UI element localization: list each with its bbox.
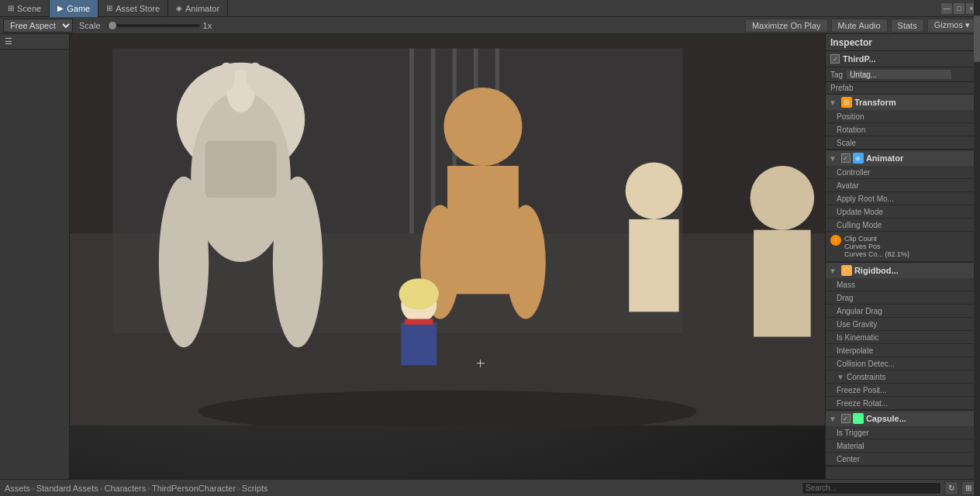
animator-avatar-row: Avatar <box>826 179 980 192</box>
maximize-on-play-button[interactable]: Maximize On Play <box>745 19 828 33</box>
mute-audio-button[interactable]: Mute Audio <box>831 19 888 33</box>
curves-pos-label: Curves Pos <box>844 243 881 250</box>
animator-warning-row: ! Clip Count Curves Pos Curves Co... (82… <box>826 232 980 262</box>
breadcrumb-characters[interactable]: Characters <box>104 484 146 493</box>
bottom-bar: Assets › Standard Assets › Characters › … <box>0 479 980 496</box>
animator-component: ▼ ✓ ◈ Animator Controller Avatar Apply R… <box>826 150 980 263</box>
svg-rect-27 <box>754 230 811 337</box>
transform-icon: ⊞ <box>841 97 852 108</box>
capsule-header[interactable]: ▼ ✓ ⬭ Capsule... <box>826 411 980 426</box>
left-panel: ☰ <box>0 34 70 479</box>
animator-collapse-icon: ▼ <box>829 154 837 163</box>
center-label: Center <box>837 455 899 463</box>
mass-label: Mass <box>837 281 899 289</box>
capsule-collapse-icon: ▼ <box>829 415 837 423</box>
svg-rect-21 <box>401 322 437 365</box>
svg-point-19 <box>506 205 545 319</box>
svg-point-11 <box>273 177 323 348</box>
svg-point-14 <box>247 63 264 91</box>
tab-asset-store-label: Asset Store <box>116 4 160 13</box>
scene-svg <box>70 34 825 425</box>
breadcrumb-third-person[interactable]: ThirdPersonCharacter <box>152 484 236 493</box>
warning-icon: ! <box>830 235 841 246</box>
scale-label: Scale <box>837 139 899 147</box>
transform-component: ▼ ⊞ Transform Position Rotation Scale <box>826 95 980 150</box>
tab-scene[interactable]: ⊞ Scene <box>0 0 50 17</box>
rigidbody-collision-row: Collision Detec... <box>826 357 980 370</box>
rigidbody-title: Rigidbod... <box>854 266 899 275</box>
transform-header[interactable]: ▼ ⊞ Transform <box>826 95 980 110</box>
capsule-icon: ⬭ <box>853 413 864 424</box>
angular-drag-label: Angular Drag <box>837 307 899 315</box>
game-viewport[interactable] <box>70 34 825 479</box>
material-label: Material <box>837 442 899 450</box>
breadcrumb-standard-assets[interactable]: Standard Assets <box>36 484 98 493</box>
maximize-button[interactable]: □ <box>954 3 964 14</box>
rigidbody-constraints-row: ▼ Constraints <box>826 370 980 384</box>
aspect-select[interactable]: Free Aspect <box>3 19 73 33</box>
rigidbody-drag-row: Drag <box>826 291 980 305</box>
tab-animator[interactable]: ◈ Animator <box>168 0 228 17</box>
inspector-scrollbar[interactable] <box>974 34 980 479</box>
update-mode-label: Update Mode <box>837 208 899 216</box>
transform-title: Transform <box>854 98 896 107</box>
breadcrumb-scripts[interactable]: Scripts <box>242 484 268 493</box>
inspector-header: Inspector <box>826 34 980 51</box>
rigidbody-collapse-icon: ▼ <box>829 267 837 275</box>
object-active-checkbox[interactable]: ✓ <box>830 54 840 64</box>
asset-store-tab-icon: ⊞ <box>106 4 112 12</box>
transform-collapse-icon: ▼ <box>829 98 837 107</box>
avatar-label: Avatar <box>837 181 899 190</box>
tab-scene-label: Scene <box>17 4 41 13</box>
is-kinematic-label: Is Kinematic <box>837 333 899 342</box>
transform-scale-row: Scale <box>826 136 980 150</box>
capsule-center-row: Center <box>826 453 980 466</box>
apply-root-label: Apply Root Mo... <box>837 195 899 203</box>
animator-enabled-checkbox[interactable]: ✓ <box>841 153 851 163</box>
svg-rect-22 <box>405 319 433 325</box>
is-trigger-label: Is Trigger <box>837 429 899 437</box>
capsule-material-row: Material <box>826 439 980 453</box>
search-box-area: ↻ ⊞ <box>802 481 975 495</box>
clip-count-label: Clip Count <box>844 235 877 243</box>
animator-culling-mode-row: Culling Mode <box>826 219 980 232</box>
search-input[interactable] <box>802 482 941 494</box>
scale-label: Scale <box>76 21 104 30</box>
breadcrumb-sep-2: › <box>100 484 103 493</box>
freeze-position-label: Freeze Posit... <box>837 386 899 394</box>
tag-input[interactable] <box>846 69 952 80</box>
gizmos-button[interactable]: Gizmos ▾ <box>927 19 977 33</box>
rigidbody-header[interactable]: ▼ ⬡ Rigidbod... <box>826 263 980 278</box>
tag-row: Tag <box>826 67 980 82</box>
curves-co-label: Curves Co... (82.1%) <box>844 250 909 258</box>
position-label: Position <box>837 112 899 121</box>
animator-header[interactable]: ▼ ✓ ◈ Animator <box>826 150 980 166</box>
culling-mode-label: Culling Mode <box>837 221 899 229</box>
tab-animator-label: Animator <box>185 4 219 13</box>
minimize-button[interactable]: — <box>941 3 952 14</box>
animator-controller-row: Controller <box>826 166 980 179</box>
toolbar: Free Aspect Scale 1x Maximize On Play Mu… <box>0 17 980 34</box>
rigidbody-icon: ⬡ <box>841 265 852 276</box>
tab-game[interactable]: ▶ Game <box>50 0 98 17</box>
rigidbody-is-kinematic-row: Is Kinematic <box>826 331 980 344</box>
freeze-rotation-row: Freeze Rotat... <box>826 397 980 410</box>
scale-slider[interactable] <box>107 24 200 27</box>
constraints-collapse-icon: ▼ <box>837 373 844 381</box>
svg-point-24 <box>626 162 683 219</box>
stats-button[interactable]: Stats <box>891 19 924 33</box>
breadcrumb-sep-1: › <box>32 484 35 493</box>
rigidbody-mass-row: Mass <box>826 278 980 291</box>
tab-asset-store[interactable]: ⊞ Asset Store <box>98 0 168 17</box>
capsule-title: Capsule... <box>866 414 906 423</box>
prefab-row: Prefab <box>826 82 980 95</box>
svg-point-26 <box>751 166 815 230</box>
scale-thumb[interactable] <box>109 22 116 29</box>
search-refresh-button[interactable]: ↻ <box>944 481 958 495</box>
inspector-scrollbar-thumb[interactable] <box>974 34 980 62</box>
capsule-enabled-checkbox[interactable]: ✓ <box>841 414 851 423</box>
hierarchy-header: ☰ <box>0 34 69 50</box>
breadcrumb-assets[interactable]: Assets <box>5 484 30 493</box>
rigidbody-interpolate-row: Interpolate <box>826 344 980 357</box>
prefab-label: Prefab <box>830 84 853 92</box>
